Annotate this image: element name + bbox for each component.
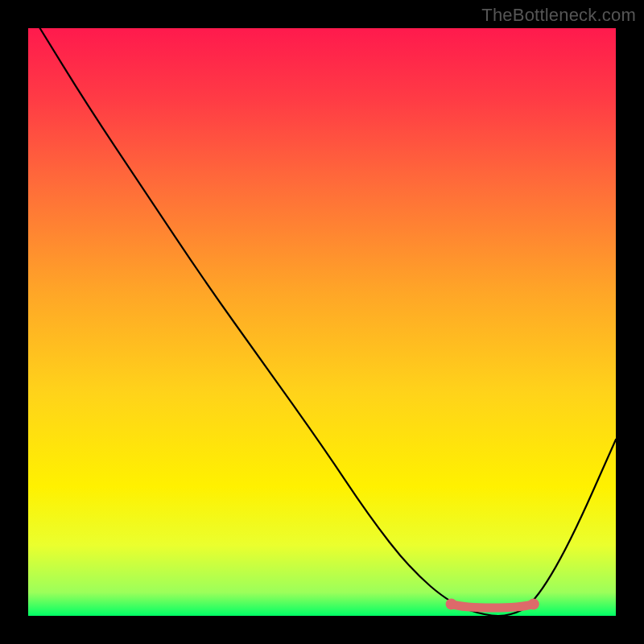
chart-frame: TheBottleneck.com — [0, 0, 644, 644]
bottleneck-curve — [40, 28, 616, 616]
optimal-range-end-dot — [528, 598, 539, 609]
optimal-range-start-dot — [446, 598, 457, 609]
plot-area — [28, 28, 616, 616]
optimal-range-band — [452, 604, 534, 608]
curve-layer — [28, 28, 616, 616]
watermark-label: TheBottleneck.com — [481, 5, 636, 26]
